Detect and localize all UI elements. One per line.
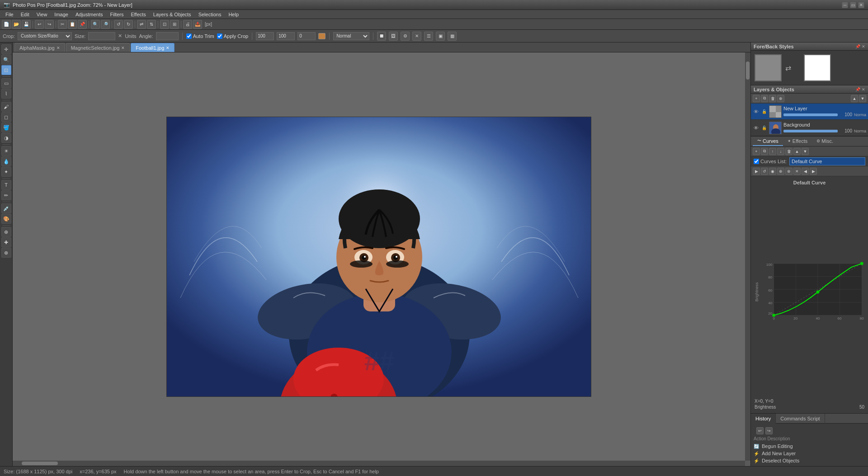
tool-pen[interactable]: ✏ [1, 190, 11, 200]
angle-input[interactable] [156, 32, 179, 40]
tool-crop[interactable]: ⊡ [1, 65, 11, 75]
canvas-scroll-horizontal[interactable] [13, 461, 745, 466]
layer-eye-bg[interactable]: 👁 [753, 125, 759, 131]
tab-football1[interactable]: Football1.jpg ✕ [131, 43, 175, 52]
menu-layers-objects[interactable]: Layers & Objects [150, 11, 195, 18]
layers-merge-button[interactable]: ⊕ [777, 95, 784, 102]
curve-edit-btn4[interactable]: ⊕ [777, 168, 784, 175]
menu-edit[interactable]: Edit [17, 11, 33, 18]
tab-magnetic-selection-close[interactable]: ✕ [121, 46, 125, 50]
cut-button[interactable]: ✂ [58, 20, 67, 29]
foreground-swatch[interactable] [755, 54, 782, 81]
history-item-begun-editing[interactable]: 🔄 Begun Editing [754, 443, 865, 450]
tool-clone[interactable]: ⊕ [1, 227, 11, 237]
fore-back-close-button[interactable]: ✕ [862, 44, 865, 49]
crop-select[interactable]: Custom Size/Ratio [18, 32, 72, 40]
tool-blur[interactable]: 💧 [1, 156, 11, 166]
swap-button[interactable]: ⇄ [785, 64, 791, 72]
curve-edit-btn7[interactable]: ◀ [802, 168, 809, 175]
value2-input[interactable] [277, 32, 295, 40]
curves-down-button[interactable]: ▼ [802, 148, 809, 155]
history-item-add-layer[interactable]: ⚡ Add New Layer [754, 450, 865, 457]
export-button[interactable]: 📤 [193, 20, 202, 29]
value3-input[interactable] [297, 32, 316, 40]
options-btn-3[interactable]: ⚙ [401, 32, 410, 41]
history-tab-commands[interactable]: Commands Script [776, 414, 825, 424]
options-btn-2[interactable]: 🖼 [389, 32, 398, 41]
layer-row-new-layer[interactable]: 👁 🔓 New Layer 1 [751, 104, 868, 120]
ce-tab-effects[interactable]: ✦ Effects [783, 137, 812, 146]
tool-gradient[interactable]: ◑ [1, 133, 11, 143]
ce-tab-curves[interactable]: 〜 Curves [753, 137, 783, 146]
curve-edit-btn6[interactable]: ✕ [793, 168, 801, 175]
scroll-thumb-vertical[interactable] [746, 61, 750, 80]
layer-opacity-bar-bg[interactable] [783, 130, 838, 132]
redo-button[interactable]: ↪ [45, 20, 54, 29]
blend-mode-select[interactable]: Normal [333, 32, 369, 40]
layer-eye-new[interactable]: 👁 [753, 108, 759, 115]
rotate-cw-button[interactable]: ↻ [124, 20, 133, 29]
menu-view[interactable]: View [33, 11, 51, 18]
canvas-scroll-vertical[interactable] [745, 52, 750, 461]
layer-lock-new[interactable]: 🔓 [761, 108, 767, 115]
tool-eraser[interactable]: ◻ [1, 112, 11, 122]
save-button[interactable]: 💾 [22, 20, 31, 29]
scroll-thumb-horizontal[interactable] [22, 462, 58, 465]
tool-dodge[interactable]: ☀ [1, 146, 11, 156]
menu-selections[interactable]: Selections [195, 11, 225, 18]
tool-patch[interactable]: ⊗ [1, 248, 11, 258]
fore-back-pin-button[interactable]: 📌 [855, 44, 860, 49]
tool-sharpen[interactable]: ✦ [1, 167, 11, 177]
curves-export-button[interactable]: ↓ [777, 148, 784, 155]
flip-v-button[interactable]: ⇅ [147, 20, 156, 29]
curve-edit-btn2[interactable]: ↺ [761, 168, 768, 175]
tool-heal[interactable]: ✚ [1, 237, 11, 247]
zoom-in-button[interactable]: 🔍 [91, 20, 100, 29]
curves-list-value[interactable]: Default Curve [789, 157, 865, 165]
curves-new-button[interactable]: + [753, 148, 760, 155]
curve-svg[interactable]: 100 80 60 40 20 0 20 40 60 80 [761, 187, 864, 397]
zoom-out-button[interactable]: 🔎 [101, 20, 110, 29]
options-btn-5[interactable]: ☰ [424, 32, 433, 41]
tool-select-lasso[interactable]: ⌇ [1, 89, 11, 99]
layer-lock-bg[interactable]: 🔓 [761, 125, 767, 131]
layers-move-up-button[interactable]: ▲ [851, 95, 858, 102]
history-undo-button[interactable]: ↩ [756, 427, 764, 434]
auto-trim-checkbox[interactable] [186, 33, 192, 39]
close-button[interactable]: ✕ [858, 2, 864, 8]
curves-up-button[interactable]: ▲ [793, 148, 801, 155]
tool-paint-brush[interactable]: 🖌 [1, 102, 11, 112]
tool-fill[interactable]: 🪣 [1, 123, 11, 132]
transform-button[interactable]: ⊡ [160, 20, 169, 29]
curve-edit-btn3[interactable]: ◉ [769, 168, 776, 175]
curves-delete-button[interactable]: 🗑 [785, 148, 793, 155]
tab-magnetic-selection[interactable]: MagneticSelection.jpg ✕ [66, 43, 130, 52]
layer-row-background[interactable]: 👁 🔓 Background 100 [751, 120, 868, 136]
size-input[interactable] [88, 32, 115, 40]
menu-image[interactable]: Image [51, 11, 72, 18]
tool-zoom[interactable]: 🔍 [1, 55, 11, 65]
layers-new-button[interactable]: + [753, 95, 760, 102]
apply-crop-checkbox[interactable] [217, 33, 222, 39]
minimize-button[interactable]: ─ [842, 2, 848, 8]
layers-close-button[interactable]: ✕ [862, 87, 865, 92]
paste-button[interactable]: 📌 [78, 20, 87, 29]
tool-select-rect[interactable]: ▭ [1, 78, 11, 88]
menu-filters[interactable]: Filters [106, 11, 127, 18]
menu-file[interactable]: File [2, 11, 17, 18]
flip-h-button[interactable]: ⇌ [137, 20, 146, 29]
value1-input[interactable] [256, 32, 274, 40]
restore-button[interactable]: ▭ [850, 2, 856, 8]
layer-opacity-bar-new[interactable] [783, 113, 838, 116]
menu-effects[interactable]: Effects [127, 11, 149, 18]
curves-list-checkbox[interactable] [754, 159, 759, 164]
background-swatch[interactable] [804, 54, 831, 81]
history-redo-button[interactable]: ↪ [765, 427, 773, 434]
layers-move-down-button[interactable]: ▼ [859, 95, 866, 102]
layers-pin-button[interactable]: 📌 [855, 87, 860, 92]
tool-eyedropper[interactable]: 💉 [1, 203, 11, 213]
options-btn-6[interactable]: ▣ [436, 32, 445, 41]
curve-edit-btn5[interactable]: ⊗ [785, 168, 793, 175]
tab-football1-close[interactable]: ✕ [166, 46, 170, 50]
curves-duplicate-button[interactable]: ⧉ [761, 148, 768, 155]
